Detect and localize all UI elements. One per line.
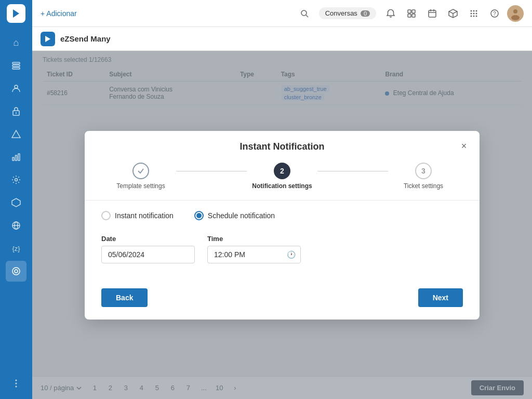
svg-point-11 [15, 179, 18, 181]
apps-icon[interactable] [466, 5, 482, 22]
svg-rect-2 [12, 65, 20, 66]
instant-label: Instant notification [115, 211, 174, 220]
step-3-circle: 3 [415, 163, 432, 179]
help-icon[interactable]: ? [486, 5, 503, 22]
date-input[interactable] [101, 246, 195, 263]
sidebar-item-organizations[interactable] [6, 101, 26, 122]
sidebar-item-triangle[interactable] [6, 124, 26, 144]
box-icon[interactable] [445, 5, 461, 22]
modal-dialog: Instant Notification × Template settings [85, 131, 480, 320]
svg-point-46 [511, 15, 520, 20]
time-input-wrapper: 🕐 [207, 246, 301, 263]
svg-text:?: ? [493, 11, 496, 17]
svg-rect-1 [12, 62, 20, 64]
step-3: 3 Ticket settings [388, 163, 459, 190]
topbar-icons: ? [382, 5, 524, 22]
stepper: Template settings 2 Notification setting… [85, 158, 480, 200]
step-2: 2 Notification settings [247, 163, 317, 190]
svg-point-19 [16, 383, 17, 384]
svg-rect-23 [408, 10, 411, 13]
svg-rect-26 [412, 14, 415, 17]
sidebar-item-active[interactable] [6, 261, 26, 282]
svg-point-4 [15, 85, 18, 88]
svg-point-16 [12, 268, 20, 275]
date-group: Date [101, 235, 195, 263]
svg-rect-27 [429, 10, 436, 17]
time-input[interactable] [207, 246, 301, 263]
search-icon[interactable] [296, 5, 313, 22]
next-button[interactable]: Next [418, 288, 463, 307]
sidebar-item-home[interactable]: ⌂ [6, 32, 26, 53]
step-2-circle: 2 [274, 163, 290, 179]
time-label: Time [207, 235, 301, 243]
modal-title: Instant Notification [240, 141, 325, 152]
sidebar-item-settings[interactable] [6, 169, 26, 190]
back-button[interactable]: Back [101, 288, 148, 307]
conversas-button[interactable]: Conversas 0 [319, 7, 376, 19]
bell-icon[interactable] [382, 5, 399, 22]
app-icon [41, 32, 55, 46]
svg-rect-3 [12, 68, 20, 69]
svg-marker-47 [45, 36, 50, 42]
step-1-circle [132, 163, 149, 179]
svg-point-37 [473, 12, 475, 14]
schedule-label: Schedule notification [208, 211, 275, 220]
svg-line-22 [306, 15, 308, 17]
sidebar-item-analytics[interactable] [6, 147, 26, 167]
svg-rect-25 [408, 14, 411, 17]
close-button[interactable]: × [457, 139, 471, 154]
conversas-label: Conversas [325, 9, 357, 17]
svg-marker-12 [12, 198, 20, 207]
schedule-radio[interactable] [194, 211, 204, 220]
instant-option[interactable]: Instant notification [101, 211, 174, 220]
sidebar-logo[interactable] [7, 4, 25, 23]
svg-rect-8 [12, 157, 14, 161]
step-2-label: Notification settings [252, 182, 312, 190]
step-1: Template settings [105, 163, 176, 190]
app-name: eZSend Many [60, 34, 111, 43]
svg-point-21 [301, 10, 307, 16]
svg-point-39 [471, 15, 472, 17]
svg-point-33 [471, 10, 472, 11]
sidebar-item-marketplace[interactable] [6, 192, 26, 213]
svg-rect-10 [18, 154, 20, 161]
sidebar-item-variables[interactable]: {z} [6, 238, 26, 259]
svg-point-36 [471, 12, 472, 14]
svg-point-35 [476, 10, 477, 11]
modal-header: Instant Notification × [85, 131, 480, 158]
svg-point-38 [476, 12, 477, 14]
svg-point-20 [16, 386, 17, 388]
svg-point-18 [16, 380, 17, 381]
svg-marker-31 [449, 9, 457, 14]
sidebar-item-contacts[interactable] [6, 78, 26, 99]
date-time-row: Date Time 🕐 [101, 235, 463, 263]
instant-radio[interactable] [101, 211, 111, 220]
svg-marker-0 [13, 9, 19, 18]
sidebar-item-more[interactable] [6, 373, 26, 394]
user-avatar[interactable] [507, 5, 524, 22]
svg-point-45 [513, 9, 517, 14]
modal-footer: Back Next [85, 278, 480, 320]
svg-point-34 [473, 10, 475, 11]
step-3-label: Ticket settings [404, 182, 443, 190]
calendar-icon[interactable] [424, 5, 441, 22]
main-content: + Adicionar Conversas 0 [32, 0, 532, 399]
svg-rect-24 [412, 10, 415, 13]
add-button[interactable]: + Adicionar [41, 9, 77, 18]
modal-body: Instant notification Schedule notificati… [85, 200, 480, 278]
grid-icon[interactable] [403, 5, 420, 22]
step-1-label: Template settings [116, 182, 165, 190]
schedule-option[interactable]: Schedule notification [194, 211, 275, 220]
svg-point-17 [15, 270, 18, 273]
content-area: Tickets selected 1/12663 Ticket ID Subje… [32, 51, 532, 399]
svg-point-41 [476, 15, 477, 17]
sidebar-item-tickets[interactable] [6, 55, 26, 76]
conversas-count: 0 [361, 10, 370, 17]
notification-type-group: Instant notification Schedule notificati… [101, 211, 463, 220]
date-label: Date [101, 235, 195, 243]
sidebar-item-integrations[interactable] [6, 215, 26, 236]
sub-header: eZSend Many [32, 27, 532, 51]
svg-rect-9 [16, 155, 17, 161]
time-group: Time 🕐 [207, 235, 301, 263]
svg-marker-7 [12, 130, 20, 138]
